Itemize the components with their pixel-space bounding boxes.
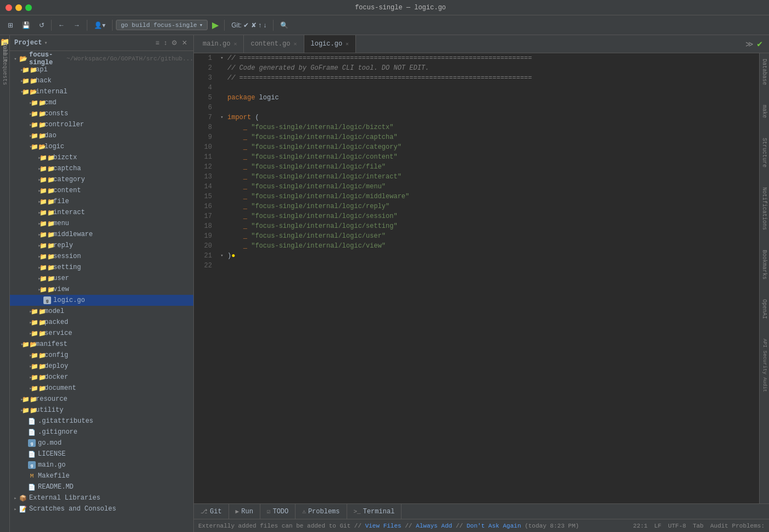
sidebar-item-packed[interactable]: 📁 packed — [10, 317, 193, 328]
service-folder-icon: 📁 — [34, 329, 43, 338]
sidebar-item-external-libraries[interactable]: 📦 External Libraries — [10, 492, 193, 503]
sidebar-item-gitignore[interactable]: 📄 .gitignore — [10, 427, 193, 438]
sidebar-item-logic[interactable]: 📂 logic — [10, 141, 193, 152]
expand-btn[interactable]: ↕ — [162, 38, 169, 47]
right-panel-openai[interactable]: OpenAI — [760, 295, 768, 323]
line-ending[interactable]: LF — [654, 523, 661, 529]
right-panel-database[interactable]: Database — [760, 54, 768, 89]
bottom-tab-run[interactable]: ▶ Run — [229, 504, 260, 519]
dont-ask-link[interactable]: Don't Ask Again — [467, 523, 521, 529]
charset[interactable]: UTF-8 — [668, 523, 686, 529]
sidebar-tree[interactable]: 📂 focus-single ~/Workspace/Go/GOPATH/src… — [10, 51, 193, 532]
right-panel-make[interactable]: make — [760, 100, 768, 122]
right-panel-structure[interactable]: Structure — [760, 133, 768, 172]
sidebar-item-file[interactable]: 📁 file — [10, 196, 193, 207]
sidebar-item-docker[interactable]: 📁 docker — [10, 372, 193, 383]
sidebar-item-root[interactable]: 📂 focus-single ~/Workspace/Go/GOPATH/src… — [10, 53, 193, 64]
close-button[interactable] — [5, 4, 12, 11]
sidebar-item-bizctx[interactable]: 📁 bizctx — [10, 152, 193, 163]
pull-requests-icon[interactable]: Pull Requests — [1, 59, 9, 68]
maximize-button[interactable] — [25, 4, 32, 11]
sidebar-item-gitattributes[interactable]: 📄 .gitattributes — [10, 416, 193, 427]
close-sidebar-btn[interactable]: ✕ — [180, 38, 189, 47]
run-config-selector[interactable]: go build focus-single ▾ — [116, 20, 208, 30]
run-button[interactable]: ▶ — [210, 20, 221, 30]
bottom-tab-git[interactable]: ⎇ Git — [194, 504, 229, 519]
tab-logic-go[interactable]: logic.go ✕ — [304, 35, 356, 53]
tab-content-go[interactable]: content.go ✕ — [244, 35, 304, 53]
sidebar-item-scratches[interactable]: 📝 Scratches and Consoles — [10, 503, 193, 514]
sidebar-item-internal[interactable]: 📂 internal — [10, 86, 193, 97]
git-btn[interactable]: Git: ✔ ✘ ↑ ↓ — [228, 20, 270, 30]
sidebar-item-gomod[interactable]: g go.mod — [10, 438, 193, 449]
git-label: Git — [210, 508, 222, 516]
save-btn[interactable]: 💾 — [19, 20, 34, 30]
sidebar-item-makefile[interactable]: M Makefile — [10, 471, 193, 481]
sidebar-item-cmd[interactable]: 📁 cmd — [10, 97, 193, 108]
sidebar-item-reply[interactable]: 📁 reply — [10, 240, 193, 251]
bottom-tab-problems[interactable]: ⚠ Problems — [296, 504, 347, 519]
right-panel-notifications[interactable]: Notifications — [760, 183, 768, 234]
sidebar-item-captcha[interactable]: 📁 captcha — [10, 163, 193, 174]
sidebar-item-document[interactable]: 📁 document — [10, 383, 193, 394]
sidebar-item-readme[interactable]: 📄 README.MD — [10, 481, 193, 492]
document-folder-icon: 📁 — [34, 384, 43, 393]
audit-problems[interactable]: Audit Problems: — [710, 523, 765, 529]
always-add-link[interactable]: Always Add — [416, 523, 452, 529]
readme-label: README.MD — [38, 483, 74, 491]
code-line-4: 4 — [194, 83, 759, 93]
collapse-all-btn[interactable]: ≡ — [154, 38, 161, 47]
vcs-btn[interactable]: 👤▾ — [91, 20, 109, 30]
sidebar-item-user[interactable]: 📁 user — [10, 273, 193, 284]
tab-content-go-close[interactable]: ✕ — [293, 41, 297, 47]
sidebar-title: Project ▾ — [14, 39, 47, 47]
tab-main-go[interactable]: main.go ✕ — [196, 35, 244, 53]
indent-type[interactable]: Tab — [693, 523, 704, 529]
sidebar-item-config[interactable]: 📁 config — [10, 350, 193, 361]
sidebar-item-model[interactable]: 📁 model — [10, 306, 193, 317]
sync-btn[interactable]: ↺ — [36, 20, 48, 30]
sidebar-dropdown-arrow[interactable]: ▾ — [44, 40, 47, 46]
tab-logic-go-close[interactable]: ✕ — [346, 41, 349, 47]
sidebar-item-menu[interactable]: 📁 menu — [10, 218, 193, 229]
sidebar-item-setting[interactable]: 📁 setting — [10, 262, 193, 273]
sidebar-item-main-go[interactable]: g main.go — [10, 460, 193, 471]
tab-menu-button[interactable]: ≫ — [742, 38, 757, 49]
forward-btn[interactable]: → — [70, 20, 83, 30]
cursor-position[interactable]: 22:1 — [633, 523, 648, 529]
search-btn[interactable]: 🔍 — [277, 20, 292, 30]
sidebar-item-license[interactable]: 📄 LICENSE — [10, 449, 193, 460]
right-panel-bookmarks[interactable]: Bookmarks — [760, 245, 768, 284]
sidebar-item-interact[interactable]: 📁 interact — [10, 207, 193, 218]
run-icon: ▶ — [236, 508, 239, 515]
sidebar-item-consts[interactable]: 📁 consts — [10, 108, 193, 119]
minimize-button[interactable] — [15, 4, 22, 11]
sidebar-item-view[interactable]: 📁 view — [10, 284, 193, 295]
gitattributes-icon: 📄 — [27, 417, 36, 425]
user-folder-icon: 📁 — [43, 274, 52, 283]
bottom-tab-todo[interactable]: ☑ TODO — [260, 504, 296, 519]
sidebar-item-category[interactable]: 📁 category — [10, 174, 193, 185]
sidebar-item-deploy[interactable]: 📁 deploy — [10, 361, 193, 372]
sidebar-item-resource[interactable]: 📁 resource — [10, 394, 193, 405]
back-btn[interactable]: ← — [55, 20, 68, 30]
sidebar-item-manifest[interactable]: 📂 manifest — [10, 339, 193, 350]
sidebar-item-api[interactable]: 📁 api — [10, 64, 193, 75]
bottom-tab-terminal[interactable]: >_ Terminal — [347, 504, 402, 519]
sidebar-item-logic-go[interactable]: g logic.go — [10, 295, 193, 306]
sidebar-item-content[interactable]: 📁 content — [10, 185, 193, 196]
sidebar-item-session[interactable]: 📁 session — [10, 251, 193, 262]
sidebar-item-utility[interactable]: 📁 utility — [10, 405, 193, 416]
sidebar-item-middleware[interactable]: 📁 middleware — [10, 229, 193, 240]
settings-btn[interactable]: ⚙ — [170, 38, 179, 47]
sidebar-item-service[interactable]: 📁 service — [10, 328, 193, 339]
right-panel-security[interactable]: API Security Audit — [761, 334, 768, 396]
window-title: focus-single — logic.go — [37, 4, 764, 12]
project-view-btn[interactable]: ⊞ — [4, 20, 16, 30]
view-files-link[interactable]: View Files — [365, 523, 402, 529]
sidebar-item-controller[interactable]: 📁 controller — [10, 119, 193, 130]
sidebar-item-hack[interactable]: 📁 hack — [10, 75, 193, 86]
sidebar-item-dao[interactable]: 📁 dao — [10, 130, 193, 141]
tab-main-go-close[interactable]: ✕ — [233, 41, 237, 47]
code-editor[interactable]: 1 ▾ // =================================… — [194, 53, 759, 503]
